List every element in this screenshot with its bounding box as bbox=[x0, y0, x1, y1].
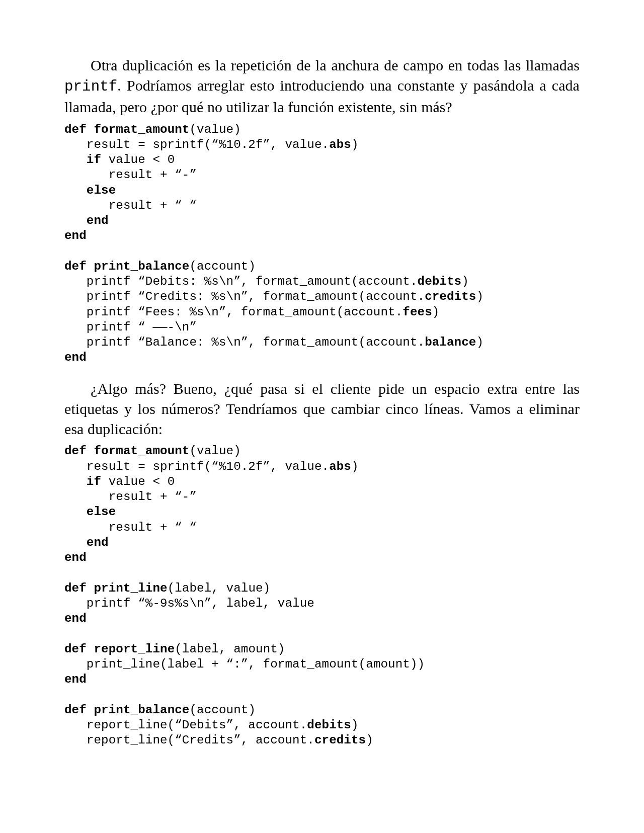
method-abs: abs bbox=[329, 460, 351, 473]
fn-print-balance: print_balance bbox=[94, 703, 189, 717]
kw-end: end bbox=[64, 612, 87, 625]
page: Otra duplicación es la repetición de la … bbox=[0, 0, 644, 833]
kw-def: def bbox=[64, 642, 87, 656]
kw-end: end bbox=[87, 214, 109, 227]
kw-else: else bbox=[87, 505, 116, 519]
fn-format-amount: format_amount bbox=[94, 444, 189, 458]
kw-def: def bbox=[64, 260, 87, 273]
kw-def: def bbox=[64, 703, 87, 717]
kw-if: if bbox=[87, 475, 101, 488]
method-debits: debits bbox=[418, 275, 462, 288]
method-abs: abs bbox=[329, 138, 351, 151]
paragraph-1-post: . Podríamos arreglar esto introduciendo … bbox=[64, 77, 580, 115]
kw-end: end bbox=[64, 229, 87, 242]
method-balance: balance bbox=[425, 336, 476, 349]
code-block-1: def format_amount(value) result = sprint… bbox=[64, 122, 580, 366]
kw-def: def bbox=[64, 581, 87, 595]
fn-print-balance: print_balance bbox=[94, 260, 189, 273]
kw-end: end bbox=[87, 536, 109, 549]
paragraph-2: ¿Algo más? Bueno, ¿qué pasa si el client… bbox=[64, 379, 580, 439]
method-credits: credits bbox=[425, 290, 476, 303]
kw-end: end bbox=[64, 673, 87, 686]
fn-print-line: print_line bbox=[94, 581, 167, 595]
inline-code-printf: printf bbox=[64, 78, 117, 95]
kw-else: else bbox=[87, 184, 116, 197]
kw-def: def bbox=[64, 444, 87, 458]
method-credits: credits bbox=[314, 733, 366, 747]
method-debits: debits bbox=[307, 718, 351, 732]
paragraph-1-pre: Otra duplicación es la repetición de la … bbox=[91, 57, 580, 73]
fn-format-amount: format_amount bbox=[94, 123, 189, 136]
paragraph-1: Otra duplicación es la repetición de la … bbox=[64, 55, 580, 117]
kw-end: end bbox=[64, 351, 87, 364]
code-block-2: def format_amount(value) result = sprint… bbox=[64, 444, 580, 748]
fn-report-line: report_line bbox=[94, 642, 175, 656]
method-fees: fees bbox=[403, 305, 432, 319]
kw-def: def bbox=[64, 123, 87, 136]
kw-end: end bbox=[64, 551, 87, 564]
kw-if: if bbox=[87, 153, 101, 166]
